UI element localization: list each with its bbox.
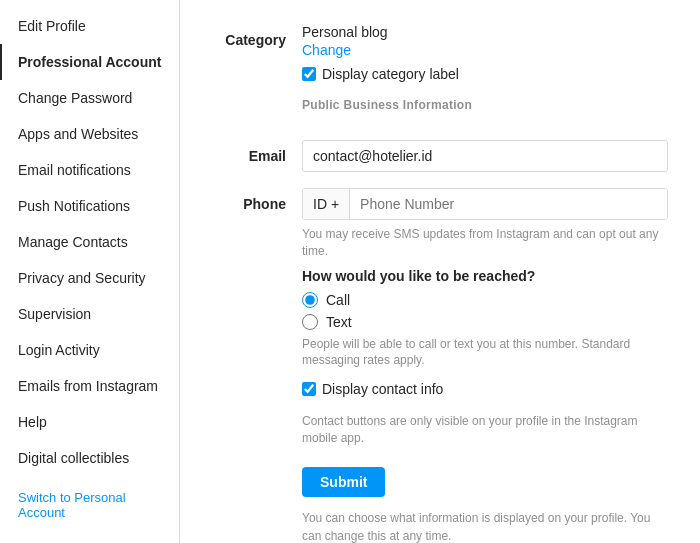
phone-row: Phone ID + You may receive SMS updates f…	[212, 188, 668, 543]
reach-question: How would you like to be reached?	[302, 268, 668, 284]
sidebar-item-email-notifications[interactable]: Email notifications	[0, 152, 179, 188]
sidebar-item-push-notifications[interactable]: Push Notifications	[0, 188, 179, 224]
public-info-label: Public Business Information	[302, 98, 668, 112]
text-label[interactable]: Text	[326, 314, 352, 330]
sidebar-item-supervision[interactable]: Supervision	[0, 296, 179, 332]
category-value: Personal blog	[302, 24, 668, 40]
call-radio-row: Call	[302, 292, 668, 308]
email-field-container	[302, 140, 668, 172]
email-label: Email	[212, 140, 302, 164]
display-contact-label[interactable]: Display contact info	[322, 381, 443, 397]
display-category-checkbox[interactable]	[302, 67, 316, 81]
display-category-label[interactable]: Display category label	[322, 66, 459, 82]
sidebar-item-apps-and-websites[interactable]: Apps and Websites	[0, 116, 179, 152]
sidebar-item-professional-account[interactable]: Professional Account	[0, 44, 179, 80]
phone-field-container: ID + You may receive SMS updates from In…	[302, 188, 668, 543]
sidebar-item-emails-from-instagram[interactable]: Emails from Instagram	[0, 368, 179, 404]
sidebar-item-switch-to-personal[interactable]: Switch to Personal Account	[0, 480, 179, 530]
sidebar-item-digital-collectibles[interactable]: Digital collectibles	[0, 440, 179, 476]
contact-note: Contact buttons are only visible on your…	[302, 413, 668, 447]
email-row: Email	[212, 140, 668, 172]
category-field: Personal blog Change Display category la…	[302, 24, 668, 120]
form-section: Category Personal blog Change Display ca…	[212, 24, 668, 543]
call-note: People will be able to call or text you …	[302, 336, 668, 370]
email-input[interactable]	[302, 140, 668, 172]
submit-button[interactable]: Submit	[302, 467, 385, 497]
call-radio[interactable]	[302, 292, 318, 308]
display-contact-checkbox[interactable]	[302, 382, 316, 396]
display-contact-row: Display contact info	[302, 381, 668, 397]
phone-input-row: ID +	[302, 188, 668, 220]
text-radio[interactable]	[302, 314, 318, 330]
sidebar-item-help[interactable]: Help	[0, 404, 179, 440]
sms-note: You may receive SMS updates from Instagr…	[302, 226, 668, 260]
display-category-row: Display category label	[302, 66, 668, 82]
change-link[interactable]: Change	[302, 42, 351, 58]
sidebar-item-manage-contacts[interactable]: Manage Contacts	[0, 224, 179, 260]
phone-label: Phone	[212, 188, 302, 212]
main-content: Category Personal blog Change Display ca…	[180, 0, 700, 543]
sidebar: Edit ProfileProfessional AccountChange P…	[0, 0, 180, 543]
sidebar-item-edit-profile[interactable]: Edit Profile	[0, 8, 179, 44]
sidebar-item-login-activity[interactable]: Login Activity	[0, 332, 179, 368]
info-note: You can choose what information is displ…	[302, 509, 668, 543]
sidebar-item-change-password[interactable]: Change Password	[0, 80, 179, 116]
category-row: Category Personal blog Change Display ca…	[212, 24, 668, 124]
call-label[interactable]: Call	[326, 292, 350, 308]
text-radio-row: Text	[302, 314, 668, 330]
phone-prefix: ID +	[303, 189, 350, 219]
category-label: Category	[212, 24, 302, 48]
sidebar-item-privacy-and-security[interactable]: Privacy and Security	[0, 260, 179, 296]
phone-input[interactable]	[350, 189, 667, 219]
